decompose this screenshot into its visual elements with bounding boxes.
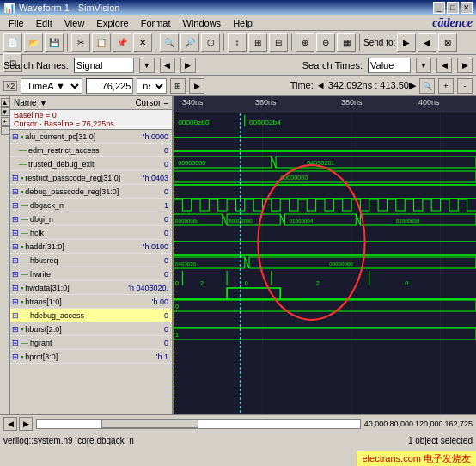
signal-row-highlighted[interactable]: ⊞ — hdebug_access 0 [10, 309, 172, 322]
signal-icon: — [21, 229, 28, 237]
search-names-dropdown[interactable]: ▼ [139, 58, 155, 73]
svg-text:2: 2 [200, 280, 204, 287]
menu-view[interactable]: View [59, 17, 90, 29]
bus-icon: ▪ [21, 353, 23, 361]
svg-text:1: 1 [175, 332, 179, 339]
signal-row[interactable]: ⊞ ▪ haddr[31:0] 'h 0100 [10, 240, 172, 254]
toolbar: 📄 📂 💾 ✂ 📋 📌 ✕ 🔍 🔎 ⬡ ↕ ⊞ ⊟ ⊕ ⊖ ▦ Send to:… [0, 31, 476, 55]
signal-name: hprot[3:0] [25, 353, 127, 361]
signal-name: hburst[2:0] [25, 325, 127, 334]
search-times-next[interactable]: ▶ [457, 58, 473, 73]
send-button-1[interactable]: ▶ [397, 33, 416, 52]
signal-row[interactable]: ⊞ — dbgack_n 1 [10, 199, 172, 212]
measure-button[interactable]: ⊟ [269, 33, 288, 52]
svg-text:0403020.: 0403020. [175, 261, 198, 267]
signal-row[interactable]: ⊞ ▪ alu_current_pc[31:0] 'h 0000 [10, 130, 172, 144]
group-button[interactable]: ▦ [337, 33, 356, 52]
menu-windows[interactable]: Windows [178, 17, 227, 29]
cursor-value: 0 [127, 187, 170, 196]
scroll-left-button[interactable]: ◀ [3, 417, 17, 431]
left-panel: ▲ ▼ + - [0, 96, 10, 414]
search-times-prev[interactable]: ◀ [436, 58, 452, 73]
time-value-input[interactable] [86, 78, 133, 94]
toolbar-separator-5 [359, 34, 360, 51]
waveform-panel[interactable]: 340ns 360ns 380ns 400ns 00000z80 000002b… [174, 96, 476, 414]
signal-row[interactable]: ⊞ — hclk 0 [10, 226, 172, 240]
scroll-right-button[interactable]: ▶ [19, 417, 33, 431]
add-wave-button[interactable]: ⊕ [296, 33, 314, 52]
signal-row[interactable]: — trusted_debug_exit 0 [10, 157, 172, 171]
signal-name: hbusreq [30, 256, 127, 265]
signal-icon: — [19, 160, 27, 169]
svg-text:80000080: 80000080 [229, 218, 253, 224]
signal-row[interactable]: ⊞ — hwrite 0 [10, 267, 172, 281]
signal-row[interactable]: ⊞ ▪ debug_passcode_reg[31:0] 0 [10, 185, 172, 199]
send-button-3[interactable]: ⊠ [438, 33, 457, 52]
menu-file[interactable]: File [3, 17, 29, 29]
maximize-button[interactable]: □ [447, 2, 459, 14]
delete-button[interactable]: ✕ [133, 33, 152, 52]
paste-button[interactable]: 📌 [113, 33, 131, 52]
left-btn-4[interactable]: - [1, 126, 9, 135]
signal-row[interactable]: — edm_restrict_access 0 [10, 144, 172, 157]
bus-icon: ▪ [21, 132, 23, 141]
waveform-canvas[interactable]: 00000z80 000002b4 00000000 04030201 0000… [174, 113, 476, 414]
search-times-dropdown[interactable]: ▼ [416, 58, 431, 73]
signal-name: edm_restrict_access [28, 146, 127, 155]
zoom-out-small[interactable]: - [457, 78, 473, 94]
fit-button[interactable]: ⬡ [201, 33, 220, 52]
left-btn-3[interactable]: + [1, 117, 9, 126]
minimize-button[interactable]: _ [433, 2, 445, 14]
zoom-in-small[interactable]: + [438, 78, 454, 94]
new-button[interactable]: 📄 [3, 33, 22, 52]
zoom-fit-button[interactable]: 🔍 [419, 78, 435, 94]
close-button[interactable]: ✕ [461, 2, 473, 14]
menu-explore[interactable]: Explore [91, 17, 133, 29]
send-button-2[interactable]: ◀ [418, 33, 436, 52]
copy-button[interactable]: 📋 [92, 33, 111, 52]
cursor-button[interactable]: ↕ [228, 33, 247, 52]
search-names-input[interactable] [74, 58, 134, 73]
signal-icon: — [21, 256, 28, 265]
save-button[interactable]: 💾 [45, 33, 64, 52]
time-goto-button[interactable]: ▶ [189, 78, 204, 94]
bus-icon: ▪ [21, 284, 23, 292]
menu-help[interactable]: Help [228, 17, 258, 29]
signal-row[interactable]: ⊞ ▪ htrans[1:0] 'h 00 [10, 295, 172, 309]
signal-row[interactable]: ⊞ ▪ hprot[3:0] 'h 1 [10, 350, 172, 364]
scrollbar-thumb[interactable] [101, 420, 198, 428]
remove-wave-button[interactable]: ⊖ [316, 33, 335, 52]
menu-edit[interactable]: Edit [31, 17, 58, 29]
left-btn-2[interactable]: ▼ [1, 107, 9, 116]
x2-label: ×2 [3, 81, 17, 91]
cut-button[interactable]: ✂ [71, 33, 90, 52]
signal-row[interactable]: ⊞ — hgrant 0 [10, 336, 172, 350]
left-btn-1[interactable]: ▲ [1, 98, 9, 107]
search-names-label: Search Names: [3, 60, 69, 71]
time-unit-select[interactable]: ns [137, 78, 167, 94]
signal-row[interactable]: ⊞ — hbusreq 0 [10, 254, 172, 267]
cursor-value: 'h 0000 [127, 132, 170, 141]
signal-name: dbgi_n [30, 215, 127, 224]
horizontal-scrollbar[interactable] [36, 419, 361, 429]
zoom-in-button[interactable]: 🔍 [160, 33, 179, 52]
cursor-value: 0 [127, 270, 170, 279]
signal-row[interactable]: ⊞ — dbgi_n 0 [10, 212, 172, 226]
search-next-button[interactable]: ▶ [180, 58, 196, 73]
signal-row[interactable]: ⊞ ▪ restrict_passcode_reg[31:0] 'h 0403 [10, 171, 172, 185]
menu-format[interactable]: Format [136, 17, 176, 29]
time-selector[interactable]: TimeA ▼ [21, 78, 82, 94]
signal-row[interactable]: ⊞ ▪ hburst[2:0] 0 [10, 322, 172, 336]
scroll-mark-1: 40,000 [364, 420, 388, 428]
zoom-out-button[interactable]: 🔎 [180, 33, 199, 52]
status-bar: verilog::system.n9_core.dbgack_n 1 objec… [0, 432, 476, 449]
toolbar-separator-1 [67, 34, 68, 51]
search-prev-button[interactable]: ◀ [160, 58, 175, 73]
open-button[interactable]: 📂 [24, 33, 43, 52]
marker-button[interactable]: ⊞ [248, 33, 267, 52]
time-set-button[interactable]: ⊞ [170, 78, 186, 94]
search-times-input[interactable] [368, 58, 411, 73]
signal-row[interactable]: ⊞ ▪ hwdata[31:0] 'h 0403020. [10, 281, 172, 295]
svg-text:0: 0 [245, 280, 248, 287]
signals-list: ⊞ ▪ alu_current_pc[31:0] 'h 0000 — edm_r… [10, 130, 172, 414]
